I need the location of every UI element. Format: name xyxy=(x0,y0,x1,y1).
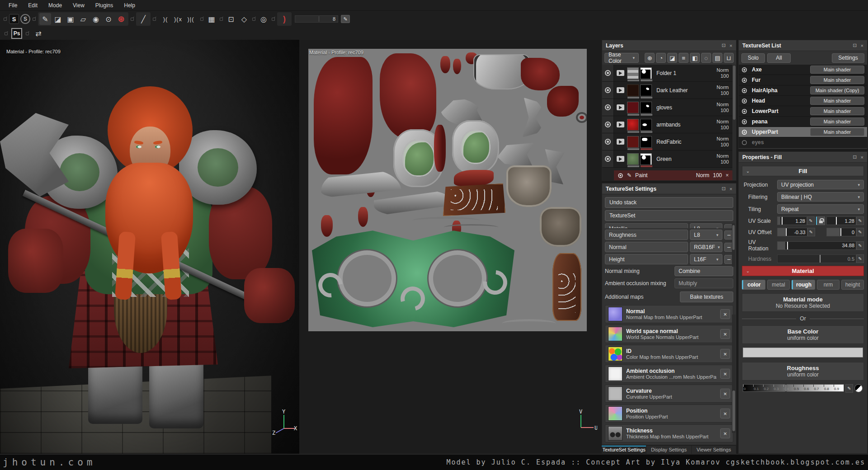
channel-name-field[interactable]: Normal xyxy=(605,242,688,252)
menu-item[interactable]: File xyxy=(4,1,22,10)
mesh-map-card[interactable]: World space normal World Space Normals U… xyxy=(605,325,733,343)
layer-folder-icon[interactable] xyxy=(617,104,624,110)
layer-mask-thumbnail[interactable] xyxy=(640,67,652,79)
panel-close-icon[interactable]: × xyxy=(861,43,863,48)
layer-toolbar-icon[interactable]: ⊕ xyxy=(645,53,655,63)
popout-icon[interactable] xyxy=(4,18,7,21)
uv-offset-y-field[interactable]: 0 xyxy=(826,228,857,236)
layer-visibility-toggle[interactable] xyxy=(602,133,614,150)
panel-close-icon[interactable]: × xyxy=(861,155,863,160)
edit-value-icon[interactable]: ✎ xyxy=(856,216,864,225)
remove-map-button[interactable]: × xyxy=(720,309,730,319)
view-2d3d-icon[interactable]: ▦ xyxy=(206,13,217,25)
paint-layer-opacity[interactable]: 100 xyxy=(713,172,722,179)
eraser-icon[interactable]: ◪ xyxy=(52,13,64,25)
layer-toolbar-icon[interactable]: ⊔ xyxy=(724,53,734,63)
popout-icon[interactable] xyxy=(5,32,8,35)
menu-item[interactable]: View xyxy=(68,1,90,10)
layer-toolbar-icon[interactable]: ◔ xyxy=(656,53,666,63)
color-picker-icon[interactable]: ╱ xyxy=(137,13,149,25)
textureset-row[interactable]: HairAlpha Main shader (Copy) xyxy=(739,85,867,96)
layer-thumbnail[interactable] xyxy=(627,153,639,165)
layer-toolbar-icon[interactable]: ▤ xyxy=(712,53,722,63)
layer-meta[interactable]: Norm 100 xyxy=(717,102,729,113)
resource-updater-icon[interactable]: ⇄ xyxy=(33,28,44,39)
panel-tab[interactable]: Viewer Settings xyxy=(692,446,736,454)
textureset-row[interactable]: eyes xyxy=(739,137,867,148)
textureset-visibility-toggle[interactable] xyxy=(742,77,747,82)
shader-button[interactable]: Main shader xyxy=(810,76,864,84)
viewport-2d[interactable]: Material - Profile: rec709 xyxy=(299,40,602,454)
edit-value-icon[interactable]: ✎ xyxy=(807,228,815,236)
textureset-visibility-toggle[interactable] xyxy=(742,108,747,113)
textureset-settings-scrollbar[interactable] xyxy=(732,315,736,433)
layer-folder-icon[interactable] xyxy=(617,87,624,93)
layer-visibility-toggle[interactable] xyxy=(602,65,614,81)
mesh-map-card[interactable]: Normal Normal Map from Mesh UpperPart × xyxy=(605,305,733,323)
menu-item[interactable]: Mode xyxy=(43,1,67,10)
display-mode-icon[interactable]: ⊡ xyxy=(225,13,237,25)
popout-icon[interactable] xyxy=(272,18,275,21)
remove-map-button[interactable]: × xyxy=(720,428,730,438)
textureset-visibility-toggle[interactable] xyxy=(742,88,747,93)
edit-value-icon[interactable]: ✎ xyxy=(845,384,853,393)
property-dropdown[interactable]: Repeat▾ xyxy=(777,204,864,214)
layer-folder-icon[interactable] xyxy=(617,156,624,162)
mesh-map-card[interactable]: Curvature Curvature UpperPart × xyxy=(605,385,733,403)
uv-offset-x-field[interactable]: -0.33 xyxy=(777,228,807,236)
edit-value-icon[interactable]: ✎ xyxy=(856,254,864,263)
uv-scale-lock-icon[interactable] xyxy=(816,216,825,225)
channel-name-field[interactable]: Roughness xyxy=(605,230,688,240)
uv-texture-canvas[interactable]: Material - Profile: rec709 xyxy=(308,49,587,331)
mixing-value-dropdown[interactable]: Multiply xyxy=(675,278,733,288)
uv-rotation-field[interactable]: 34.88 xyxy=(777,241,856,250)
layer-visibility-toggle[interactable] xyxy=(602,82,614,99)
popout-icon[interactable] xyxy=(153,18,156,21)
mixing-value-dropdown[interactable]: Combine xyxy=(675,266,733,276)
menu-item[interactable]: Edit xyxy=(23,1,42,10)
layer-toolbar-icon[interactable]: ◌ xyxy=(701,53,711,63)
gradient-marker[interactable] xyxy=(785,384,787,392)
layer-mask-thumbnail[interactable] xyxy=(640,119,652,131)
layer-thumbnail[interactable] xyxy=(627,119,639,131)
panel-popout-icon[interactable]: ⊡ xyxy=(853,42,857,48)
layer-thumbnail[interactable] xyxy=(627,136,639,148)
shader-button[interactable]: Main shader xyxy=(810,66,864,74)
layer-meta[interactable]: Norm 100 xyxy=(717,85,729,96)
channel-filter-dropdown[interactable]: Base Color▾ xyxy=(604,53,639,63)
remove-map-button[interactable]: × xyxy=(720,409,730,418)
shader-button[interactable]: Main shader (Copy) xyxy=(810,86,864,94)
layer-toolbar-icon[interactable]: ≡ xyxy=(679,53,689,63)
channel-toggle[interactable]: height xyxy=(841,280,864,290)
projection-icon[interactable]: ▣ xyxy=(65,13,76,25)
panel-close-icon[interactable]: × xyxy=(730,186,732,192)
perspective-cube-icon[interactable]: ◇ xyxy=(238,13,250,25)
layer-toolbar-icon[interactable]: ◧ xyxy=(690,53,700,63)
photoshop-export-icon[interactable]: Ps xyxy=(11,28,22,39)
layer-mask-thumbnail[interactable] xyxy=(640,153,652,165)
paint-brush-icon[interactable]: ✎ xyxy=(39,13,51,25)
remove-map-button[interactable]: × xyxy=(720,329,730,339)
panel-popout-icon[interactable]: ⊡ xyxy=(722,186,726,192)
layer-meta[interactable]: Norm 100 xyxy=(717,153,729,165)
channel-toggle[interactable]: nrm xyxy=(817,280,840,290)
layer-mask-thumbnail[interactable] xyxy=(640,102,652,113)
property-dropdown[interactable]: Bilinear | HQ▾ xyxy=(777,192,864,202)
layer-thumbnail[interactable] xyxy=(627,85,639,96)
shader-button[interactable]: Main shader xyxy=(810,97,864,105)
uv-scale-x-field[interactable]: 1.28 xyxy=(777,216,807,225)
edit-value-icon[interactable]: ✎ xyxy=(856,241,864,250)
textureset-visibility-toggle[interactable] xyxy=(742,67,747,72)
base-color-box[interactable]: Base Color uniform color xyxy=(742,325,864,344)
panel-tab[interactable]: TextureSet Settings xyxy=(602,446,646,454)
roughness-gradient-slider[interactable]: 0 0.1 0.2 0.3 0.4 0.5 0.6 0.7 0.8 xyxy=(743,384,844,392)
uv-scale-y-field[interactable]: 1.28 xyxy=(826,216,856,225)
textureset-button[interactable]: TextureSet xyxy=(605,210,733,221)
layer-thumbnail[interactable] xyxy=(627,102,639,113)
shader-button[interactable]: Main shader xyxy=(810,107,864,115)
layer-thumbnail[interactable] xyxy=(627,67,639,79)
settings-button[interactable]: Settings xyxy=(832,53,864,63)
layer-mask-thumbnail[interactable] xyxy=(640,85,652,96)
clone-stamp-icon[interactable]: ⊙ xyxy=(103,13,114,25)
brush-size-slider[interactable]: 8 xyxy=(295,15,338,23)
